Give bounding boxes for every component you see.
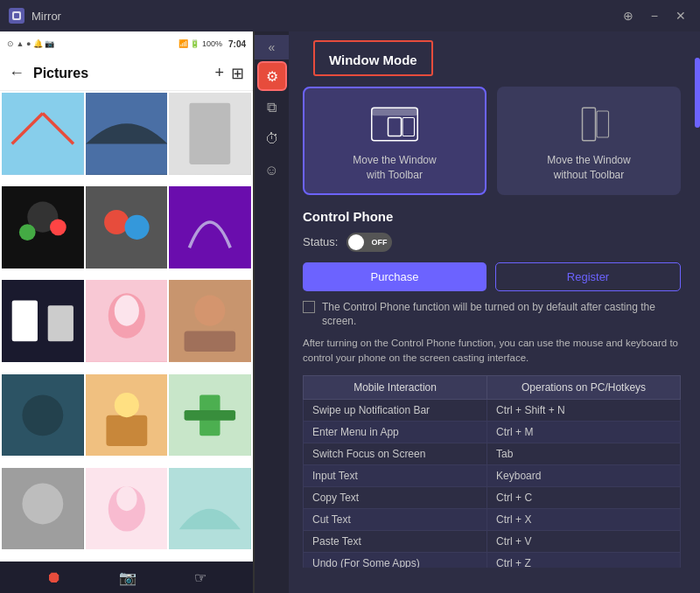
- table-row: Swipe up Notification BarCtrl + Shift + …: [304, 399, 681, 421]
- default-checkbox[interactable]: [303, 301, 315, 313]
- svg-point-10: [19, 225, 36, 241]
- status-icons: ⊙ ▲ ● 🔔 📷: [7, 39, 54, 48]
- photo-cell[interactable]: [2, 93, 84, 175]
- table-cell-hotkey: Ctrl + Shift + N: [487, 399, 681, 421]
- time-display: 7:04: [228, 39, 246, 49]
- window-mode-title: Window Mode: [313, 40, 433, 76]
- sidebar: « ⚙ ⧉ ⏱ ☺: [254, 31, 289, 593]
- right-panel: Window Mode Move the Windowwith Toolbar: [289, 31, 695, 593]
- sidebar-item-emoji[interactable]: ☺: [257, 156, 287, 185]
- table-cell-action: Paste Text: [304, 530, 487, 552]
- svg-rect-28: [106, 415, 147, 445]
- photo-cell[interactable]: [2, 280, 84, 362]
- svg-point-37: [116, 486, 136, 511]
- photo-cell[interactable]: [169, 374, 251, 457]
- with-toolbar-label: Move the Windowwith Toolbar: [353, 153, 436, 183]
- phone-status-left: ⊙ ▲ ● 🔔 📷: [7, 39, 54, 48]
- sidebar-item-settings[interactable]: ⚙: [257, 61, 287, 91]
- right-scrollbar-thumb[interactable]: [695, 58, 700, 128]
- photo-cell[interactable]: [86, 468, 168, 550]
- purchase-button[interactable]: Purchase: [303, 262, 486, 291]
- hotkey-table-wrapper[interactable]: Mobile Interaction Operations on PC/Hotk…: [303, 375, 681, 568]
- photo-cell[interactable]: [86, 280, 168, 362]
- svg-rect-15: [169, 186, 251, 269]
- table-cell-action: Swipe up Notification Bar: [304, 399, 487, 421]
- svg-rect-40: [372, 108, 418, 115]
- phone-bottom-bar: ⏺ 📷 ☞: [0, 562, 253, 593]
- svg-rect-41: [388, 118, 402, 136]
- table-cell-hotkey: Ctrl + Z: [487, 552, 681, 568]
- svg-rect-18: [48, 306, 74, 342]
- phone-nav-bar: ← Pictures + ⊞: [0, 56, 253, 91]
- svg-rect-17: [12, 301, 38, 342]
- svg-rect-42: [402, 118, 415, 136]
- title-bar-left: Mirror: [9, 8, 61, 24]
- svg-point-11: [50, 220, 66, 236]
- status-toggle[interactable]: OFF: [346, 233, 392, 252]
- without-toolbar-icon: [563, 102, 615, 146]
- without-toolbar-label: Move the Windowwithout Toolbar: [547, 153, 630, 183]
- phone-nav-title: Pictures: [33, 66, 206, 81]
- mode-card-with-toolbar[interactable]: Move the Windowwith Toolbar: [303, 87, 486, 195]
- table-row: Input TextKeyboard: [304, 464, 681, 486]
- svg-rect-43: [583, 108, 596, 141]
- right-scrollbar[interactable]: [695, 31, 700, 593]
- phone-add-icon[interactable]: +: [214, 64, 224, 83]
- checkbox-label: The Control Phone function will be turne…: [322, 300, 681, 330]
- mode-card-without-toolbar[interactable]: Move the Windowwithout Toolbar: [497, 87, 681, 195]
- action-buttons: Purchase Register: [303, 262, 681, 291]
- close-button[interactable]: ✕: [670, 7, 691, 24]
- hotkey-table: Mobile Interaction Operations on PC/Hotk…: [303, 375, 681, 568]
- table-cell-hotkey: Ctrl + M: [487, 421, 681, 443]
- sidebar-item-history[interactable]: ⏱: [257, 124, 287, 154]
- title-bar: Mirror ⊕ − ✕: [0, 0, 700, 31]
- phone-grid-icon[interactable]: ⊞: [231, 64, 244, 83]
- history-icon: ⏱: [265, 131, 279, 147]
- table-cell-action: Undo (For Some Apps): [304, 552, 487, 568]
- table-cell-hotkey: Ctrl + X: [487, 508, 681, 530]
- sidebar-item-copy[interactable]: ⧉: [257, 93, 287, 122]
- minimize-button[interactable]: −: [646, 7, 663, 24]
- svg-rect-32: [185, 410, 236, 421]
- toggle-thumb: [348, 234, 364, 250]
- copy-icon: ⧉: [267, 100, 276, 115]
- photo-cell[interactable]: [2, 468, 84, 550]
- table-cell-hotkey: Tab: [487, 443, 681, 464]
- svg-rect-7: [190, 103, 231, 164]
- table-row: Copy TextCtrl + C: [304, 486, 681, 508]
- photo-cell[interactable]: [2, 374, 84, 457]
- svg-point-26: [22, 394, 63, 436]
- title-bar-controls: ⊕ − ✕: [618, 7, 691, 24]
- table-row: Undo (For Some Apps)Ctrl + Z: [304, 552, 681, 568]
- table-row: Switch Focus on ScreenTab: [304, 443, 681, 464]
- emoji-icon: ☺: [264, 163, 278, 178]
- register-button[interactable]: Register: [495, 262, 681, 291]
- svg-point-23: [195, 296, 226, 326]
- photo-cell[interactable]: [169, 468, 251, 550]
- phone-back-button[interactable]: ←: [9, 64, 24, 82]
- photo-cell[interactable]: [86, 93, 168, 175]
- battery-info: 📶 🔋 100%: [178, 39, 222, 48]
- photo-cell[interactable]: [86, 374, 168, 457]
- pin-button[interactable]: ⊕: [618, 7, 639, 24]
- table-cell-action: Input Text: [304, 464, 487, 486]
- control-phone-section: Control Phone Status: OFF Purchase Regis…: [289, 204, 695, 573]
- app-icon: [9, 8, 24, 24]
- photo-cell[interactable]: [169, 280, 251, 362]
- photo-cell[interactable]: [2, 186, 84, 269]
- screenshot-button[interactable]: 📷: [119, 569, 136, 586]
- photo-cell[interactable]: [169, 93, 251, 175]
- phone-nav-actions: + ⊞: [214, 64, 244, 83]
- table-row: Enter Menu in AppCtrl + M: [304, 421, 681, 443]
- sidebar-collapse-button[interactable]: «: [255, 35, 289, 59]
- photo-cell[interactable]: [169, 186, 251, 269]
- table-row: Cut TextCtrl + X: [304, 508, 681, 530]
- table-cell-action: Copy Text: [304, 486, 487, 508]
- svg-rect-1: [14, 13, 19, 18]
- table-cell-action: Switch Focus on Screen: [304, 443, 487, 464]
- phone-panel: ⊙ ▲ ● 🔔 📷 📶 🔋 100% 7:04 ← Pictures + ⊞: [0, 31, 254, 593]
- photo-cell[interactable]: [86, 186, 168, 269]
- record-button[interactable]: ⏺: [46, 569, 62, 587]
- gesture-button[interactable]: ☞: [194, 569, 206, 586]
- phone-status-right: 📶 🔋 100% 7:04: [178, 39, 246, 49]
